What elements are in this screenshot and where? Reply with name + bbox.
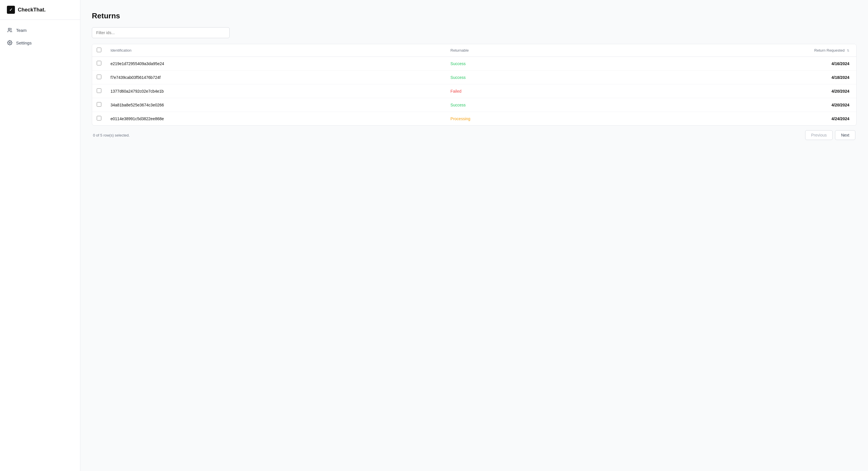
next-button[interactable]: Next [835, 130, 856, 140]
col-header-return-requested[interactable]: Return Requested ⇅ [673, 44, 856, 57]
row-checkbox-cell [92, 84, 106, 98]
table-header: Identification Returnable Return Request… [92, 44, 856, 57]
row-identification: e0114e38991c5d3822ee868e [106, 112, 446, 126]
previous-button[interactable]: Previous [805, 130, 833, 140]
row-checkbox-cell [92, 57, 106, 71]
row-select-checkbox[interactable] [97, 88, 101, 93]
filter-input[interactable] [92, 27, 229, 38]
row-returnable: Success [446, 98, 673, 112]
row-returnable: Success [446, 71, 673, 84]
row-select-checkbox[interactable] [97, 75, 101, 79]
logo-area: ✓ CheckThat. [0, 0, 80, 20]
row-checkbox-cell [92, 98, 106, 112]
sidebar-item-team-label: Team [16, 28, 27, 33]
row-return-requested: 4/20/2024 [673, 84, 856, 98]
col-header-identification: Identification [106, 44, 446, 57]
table-row: e219e1d72955409a3da95e24Success4/16/2024 [92, 57, 856, 71]
row-identification: f7e7439cab03f561476b724f [106, 71, 446, 84]
row-returnable: Processing [446, 112, 673, 126]
settings-icon [7, 40, 12, 45]
main-content: Returns Identification Returnable Return… [81, 0, 868, 471]
select-all-checkbox[interactable] [97, 47, 101, 52]
row-return-requested: 4/18/2024 [673, 71, 856, 84]
svg-point-0 [8, 28, 10, 30]
row-returnable: Success [446, 57, 673, 71]
returns-table-container: Identification Returnable Return Request… [92, 44, 857, 126]
select-all-header [92, 44, 106, 57]
table-row: f7e7439cab03f561476b724fSuccess4/18/2024 [92, 71, 856, 84]
row-return-requested: 4/20/2024 [673, 98, 856, 112]
sidebar-nav: Team Settings [0, 20, 80, 53]
row-count: 0 of 5 row(s) selected. [93, 133, 130, 137]
returns-table: Identification Returnable Return Request… [92, 44, 856, 125]
sidebar: ✓ CheckThat. Team Settings [0, 0, 81, 471]
sidebar-item-settings-label: Settings [16, 40, 32, 45]
sort-icon: ⇅ [847, 49, 849, 53]
sidebar-item-team[interactable]: Team [3, 24, 76, 36]
row-checkbox-cell [92, 112, 106, 126]
row-return-requested: 4/16/2024 [673, 57, 856, 71]
col-header-returnable: Returnable [446, 44, 673, 57]
row-identification: 1377d60a24792c02e7cb4e1b [106, 84, 446, 98]
row-identification: e219e1d72955409a3da95e24 [106, 57, 446, 71]
row-identification: 34a81ba8e525e3674c3e0266 [106, 98, 446, 112]
table-row: e0114e38991c5d3822ee868eProcessing4/24/2… [92, 112, 856, 126]
table-body: e219e1d72955409a3da95e24Success4/16/2024… [92, 57, 856, 126]
table-row: 34a81ba8e525e3674c3e0266Success4/20/2024 [92, 98, 856, 112]
row-select-checkbox[interactable] [97, 61, 101, 65]
sidebar-item-settings[interactable]: Settings [3, 37, 76, 48]
row-returnable: Failed [446, 84, 673, 98]
logo-icon: ✓ [7, 6, 15, 14]
table-row: 1377d60a24792c02e7cb4e1bFailed4/20/2024 [92, 84, 856, 98]
pagination: Previous Next [805, 130, 856, 140]
table-footer: 0 of 5 row(s) selected. Previous Next [92, 130, 857, 140]
filter-input-wrapper [92, 27, 857, 38]
row-select-checkbox[interactable] [97, 116, 101, 121]
logo-text: CheckThat. [18, 7, 45, 13]
row-return-requested: 4/24/2024 [673, 112, 856, 126]
row-select-checkbox[interactable] [97, 102, 101, 107]
page-title: Returns [92, 11, 857, 20]
team-icon [7, 27, 12, 33]
row-checkbox-cell [92, 71, 106, 84]
svg-point-1 [9, 42, 11, 44]
